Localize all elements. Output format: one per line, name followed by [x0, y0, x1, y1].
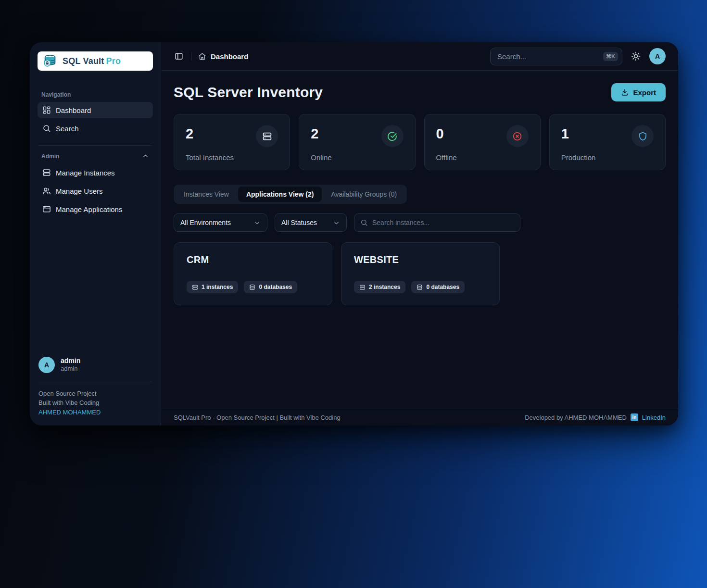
- sidebar-toggle-button[interactable]: [174, 51, 184, 62]
- header-avatar[interactable]: A: [649, 48, 666, 64]
- app-window: SQL VaultPro Navigation Dashboard Search…: [30, 42, 678, 425]
- sidebar-footer: Open Source Project Built with Vibe Codi…: [38, 389, 153, 417]
- application-name: WEBSITE: [354, 254, 487, 265]
- sidebar-divider: [38, 145, 152, 146]
- sidebar-user[interactable]: A admin admin: [38, 357, 153, 373]
- brand-logo[interactable]: SQL VaultPro: [38, 51, 153, 71]
- sun-icon: [631, 51, 641, 61]
- sidebar-item-manage-users[interactable]: Manage Users: [38, 183, 153, 199]
- chevron-down-icon: [253, 219, 261, 226]
- sidebar-item-label: Dashboard: [56, 106, 91, 114]
- user-role: admin: [61, 365, 80, 373]
- database-shield-logo-icon: [42, 54, 59, 68]
- sidebar-item-label: Manage Applications: [56, 205, 122, 213]
- server-icon: [359, 284, 366, 290]
- instances-badge: 2 instances: [354, 281, 405, 293]
- stat-value: 0: [436, 127, 444, 141]
- search-icon: [42, 124, 51, 133]
- stat-card-total-instances: 2 Total Instances: [174, 114, 290, 170]
- sidebar-item-label: Manage Users: [56, 187, 103, 195]
- chevron-up-icon: [142, 152, 149, 160]
- environment-filter-select[interactable]: All Environments: [174, 213, 267, 232]
- author-link[interactable]: AHMED MOHAMMED: [38, 409, 101, 416]
- admin-section-label: Admin: [41, 153, 59, 160]
- global-search[interactable]: ⌘K: [490, 48, 622, 65]
- application-card-crm[interactable]: CRM 1 instances 0 databases: [174, 242, 332, 305]
- x-circle-icon: [512, 131, 522, 141]
- tab-applications-view[interactable]: Applications View (2): [238, 187, 322, 202]
- status-filter-value: All Statuses: [281, 219, 317, 226]
- nav-section-label: Navigation: [41, 91, 149, 98]
- check-circle-icon: [387, 131, 397, 141]
- sidebar-item-manage-instances[interactable]: Manage Instances: [38, 164, 153, 181]
- sidebar-footer-line1: Open Source Project: [38, 389, 152, 399]
- breadcrumb[interactable]: Dashboard: [198, 52, 248, 61]
- sidebar-item-label: Search: [56, 125, 79, 133]
- footer-left-text: SQLVault Pro - Open Source Project | Bui…: [174, 414, 341, 421]
- instances-badge: 1 instances: [187, 281, 238, 293]
- footer-developed-by: Developed by AHMED MOHAMMED: [525, 414, 627, 421]
- instances-badge-label: 1 instances: [202, 284, 233, 290]
- sidebar-item-dashboard[interactable]: Dashboard: [38, 102, 153, 118]
- server-icon: [42, 168, 51, 177]
- brand-suffix: Pro: [106, 56, 121, 66]
- breadcrumb-label: Dashboard: [211, 52, 248, 61]
- stat-label: Total Instances: [186, 153, 278, 162]
- stat-value: 1: [561, 127, 569, 141]
- main-column: Dashboard ⌘K A SQL Server Inventory Expo…: [161, 42, 678, 425]
- page-content: SQL Server Inventory Export 2 Total Inst…: [161, 71, 678, 409]
- server-icon: [262, 131, 272, 141]
- shield-icon: [638, 131, 648, 141]
- stat-value: 2: [311, 127, 318, 141]
- brand-name: SQL VaultPro: [63, 56, 121, 66]
- stat-label: Online: [311, 153, 403, 162]
- user-avatar: A: [38, 357, 55, 373]
- environment-filter-value: All Environments: [180, 219, 231, 226]
- linkedin-icon[interactable]: in: [631, 413, 638, 421]
- search-icon: [360, 219, 368, 226]
- linkedin-link[interactable]: LinkedIn: [642, 414, 666, 421]
- application-cards: CRM 1 instances 0 databases WEBSITE: [174, 242, 666, 305]
- instance-search-input[interactable]: [372, 219, 514, 226]
- stat-card-offline: 0 Offline: [424, 114, 541, 170]
- top-bar: Dashboard ⌘K A: [161, 42, 678, 71]
- sidebar-item-search[interactable]: Search: [38, 120, 153, 137]
- sidebar-item-manage-applications[interactable]: Manage Applications: [38, 201, 153, 217]
- panel-left-icon: [175, 52, 183, 61]
- sidebar: SQL VaultPro Navigation Dashboard Search…: [30, 42, 161, 425]
- stat-card-online: 2 Online: [299, 114, 415, 170]
- page-title: SQL Server Inventory: [174, 84, 323, 100]
- search-shortcut-kbd: ⌘K: [603, 52, 618, 61]
- instance-search[interactable]: [354, 213, 520, 232]
- stat-card-production: 1 Production: [549, 114, 666, 170]
- stat-label: Offline: [436, 153, 529, 162]
- stat-label: Production: [561, 153, 654, 162]
- status-filter-select[interactable]: All Statuses: [275, 213, 347, 232]
- stat-value: 2: [186, 127, 193, 141]
- databases-badge: 0 databases: [244, 281, 297, 293]
- application-name: CRM: [187, 254, 319, 265]
- user-name: admin: [61, 357, 80, 365]
- tab-availability-groups[interactable]: Availability Groups (0): [323, 187, 405, 202]
- filter-row: All Environments All Statuses: [174, 213, 666, 232]
- main-footer: SQLVault Pro - Open Source Project | Bui…: [161, 409, 678, 425]
- chevron-down-icon: [333, 219, 340, 226]
- sidebar-footer-divider: [38, 382, 152, 382]
- export-button[interactable]: Export: [611, 83, 666, 101]
- databases-badge-label: 0 databases: [259, 284, 292, 290]
- databases-badge: 0 databases: [411, 281, 465, 293]
- database-icon: [249, 284, 255, 290]
- home-icon: [198, 52, 206, 61]
- export-button-label: Export: [633, 88, 656, 97]
- sidebar-item-label: Manage Instances: [56, 169, 115, 177]
- admin-section-toggle[interactable]: Admin: [41, 152, 149, 160]
- tab-instances-view[interactable]: Instances View: [176, 187, 237, 202]
- application-card-website[interactable]: WEBSITE 2 instances 0 databases: [341, 242, 500, 305]
- app-window-icon: [42, 205, 51, 213]
- global-search-input[interactable]: [497, 52, 603, 61]
- dashboard-grid-icon: [42, 106, 51, 114]
- view-tabs: Instances View Applications View (2) Ava…: [174, 185, 407, 204]
- download-icon: [621, 88, 629, 96]
- instances-badge-label: 2 instances: [369, 284, 400, 290]
- theme-toggle-button[interactable]: [630, 50, 642, 62]
